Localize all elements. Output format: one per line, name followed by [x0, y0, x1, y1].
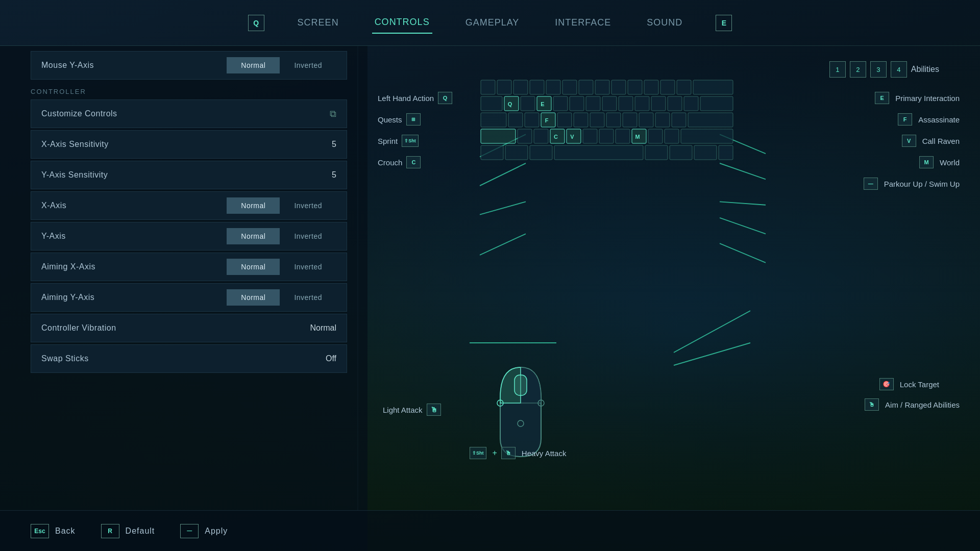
aiming-x-normal-btn[interactable]: Normal: [227, 259, 280, 275]
mouse-y-axis-toggle: Normal Inverted: [227, 57, 336, 73]
svg-rect-48: [623, 113, 637, 127]
aiming-y-normal-btn[interactable]: Normal: [227, 289, 280, 306]
lock-target-label: Lock Target: [900, 380, 939, 389]
parkour-key: —: [864, 178, 878, 190]
left-hand-action-label: Left Hand Action: [378, 94, 434, 103]
heavy-attack-mouse-key: 🖱: [501, 447, 516, 459]
call-raven-key: V: [902, 135, 916, 147]
call-raven-entry: V Call Raven: [864, 135, 960, 147]
aiming-x-toggle: Normal Inverted: [227, 259, 336, 275]
svg-rect-58: [583, 129, 597, 143]
svg-rect-69: [645, 145, 668, 160]
svg-rect-53: [481, 129, 516, 143]
x-axis-sensitivity-label: X-Axis Sensitivity: [41, 140, 332, 149]
svg-rect-19: [595, 80, 609, 94]
default-key-badge: R: [101, 524, 119, 538]
ability-key-2: 2: [850, 61, 866, 78]
back-action[interactable]: Esc Back: [31, 524, 76, 538]
heavy-attack-shift-key: ⇧Sht: [470, 447, 486, 459]
svg-text:M: M: [635, 134, 640, 140]
svg-rect-39: [700, 96, 733, 111]
mouse-y-axis-label: Mouse Y-Axis: [41, 61, 227, 70]
back-label: Back: [55, 527, 76, 536]
nav-gameplay[interactable]: Gameplay: [463, 12, 522, 33]
y-axis-normal-btn[interactable]: Normal: [227, 228, 280, 244]
crouch-entry: Crouch C: [378, 156, 454, 168]
svg-rect-21: [628, 80, 642, 94]
aiming-x-row: Aiming X-Axis Normal Inverted: [31, 253, 347, 281]
svg-rect-22: [644, 80, 658, 94]
x-axis-toggle: Normal Inverted: [227, 197, 336, 214]
world-entry: M World: [864, 156, 960, 168]
assassinate-entry: F Assassinate: [864, 113, 960, 126]
svg-rect-30: [553, 96, 568, 111]
svg-rect-59: [599, 129, 614, 143]
x-axis-label: X-Axis: [41, 201, 227, 210]
svg-rect-68: [554, 145, 643, 160]
svg-rect-71: [694, 145, 717, 160]
svg-rect-70: [670, 145, 692, 160]
x-axis-normal-btn[interactable]: Normal: [227, 197, 280, 214]
nav-e-key: E: [716, 15, 732, 31]
heavy-attack-plus: +: [493, 448, 497, 458]
svg-line-11: [674, 343, 750, 365]
nav-controls[interactable]: Controls: [372, 12, 432, 34]
lock-target-key: 🎯: [879, 378, 894, 390]
abilities-section: 1 2 3 4 Abilities: [829, 61, 939, 78]
svg-line-3: [480, 234, 526, 255]
svg-rect-34: [619, 96, 633, 111]
customize-controls-row[interactable]: Customize Controls ⧉: [31, 99, 347, 128]
svg-rect-54: [518, 129, 532, 143]
svg-rect-13: [497, 80, 511, 94]
customize-controls-icon: ⧉: [330, 109, 336, 119]
heavy-attack-label: Heavy Attack: [522, 449, 567, 458]
svg-rect-35: [635, 96, 649, 111]
lock-target-entry: 🎯 Lock Target: [879, 378, 939, 390]
aiming-y-inverted-btn[interactable]: Inverted: [280, 289, 336, 306]
swap-sticks-row: Swap Sticks Off: [31, 344, 347, 373]
default-action[interactable]: R Default: [101, 524, 155, 538]
y-axis-inverted-btn[interactable]: Inverted: [280, 228, 336, 244]
primary-interaction-entry: E Primary Interaction: [864, 92, 960, 104]
right-labels: E Primary Interaction F Assassinate V Ca…: [864, 92, 960, 199]
svg-rect-62: [648, 129, 663, 143]
ability-key-1: 1: [829, 61, 846, 78]
swap-sticks-value: Off: [326, 354, 336, 363]
svg-rect-50: [655, 113, 670, 127]
nav-screen[interactable]: Screen: [295, 12, 341, 33]
sprint-label: Sprint: [378, 137, 398, 145]
mouse-y-normal-btn[interactable]: Normal: [227, 57, 280, 73]
svg-rect-36: [651, 96, 666, 111]
aiming-y-row: Aiming Y-Axis Normal Inverted: [31, 283, 347, 312]
aim-ranged-entry: 🖱 Aim / Ranged Abilities: [865, 398, 960, 411]
mouse-y-inverted-btn[interactable]: Inverted: [280, 57, 336, 73]
parkour-entry: — Parkour Up / Swim Up: [864, 178, 960, 190]
svg-rect-28: [521, 96, 535, 111]
left-hand-action-entry: Left Hand Action Q: [378, 92, 454, 104]
aiming-y-label: Aiming Y-Axis: [41, 293, 227, 302]
parkour-label: Parkour Up / Swim Up: [884, 180, 960, 188]
svg-rect-52: [688, 113, 733, 127]
crouch-label: Crouch: [378, 158, 402, 167]
world-label: World: [940, 158, 960, 167]
x-axis-inverted-btn[interactable]: Inverted: [280, 197, 336, 214]
svg-rect-12: [481, 80, 495, 94]
crouch-key: C: [406, 156, 421, 168]
svg-rect-16: [546, 80, 560, 94]
svg-text:V: V: [570, 134, 574, 140]
svg-rect-32: [586, 96, 600, 111]
nav-sound[interactable]: Sound: [644, 12, 685, 33]
aim-ranged-label: Aim / Ranged Abilities: [885, 400, 960, 409]
controller-vibration-label: Controller Vibration: [41, 323, 310, 333]
svg-text:C: C: [554, 134, 558, 140]
call-raven-label: Call Raven: [922, 137, 960, 145]
svg-rect-14: [513, 80, 528, 94]
nav-interface[interactable]: Interface: [552, 12, 614, 33]
default-label: Default: [126, 527, 155, 536]
svg-rect-45: [574, 113, 588, 127]
aiming-x-inverted-btn[interactable]: Inverted: [280, 259, 336, 275]
svg-rect-38: [684, 96, 698, 111]
controller-section-header: CONTROLLER: [31, 82, 347, 99]
apply-action[interactable]: — Apply: [180, 524, 228, 538]
svg-rect-24: [677, 80, 691, 94]
